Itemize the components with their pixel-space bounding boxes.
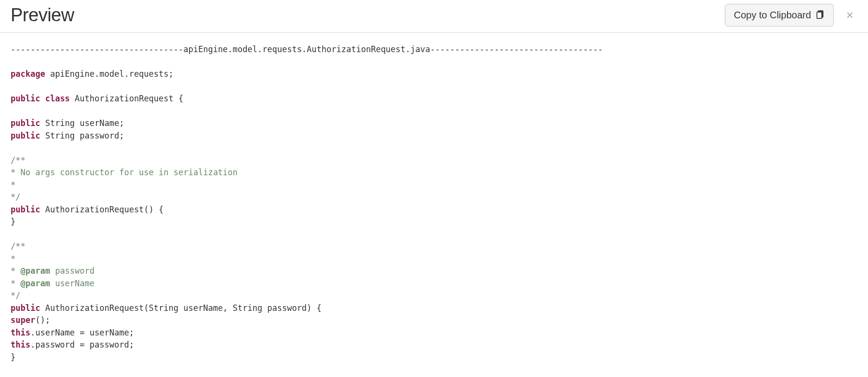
javadoc-line: */ [11,192,20,202]
javadoc-line: * [11,180,15,190]
field-password: String password; [40,131,124,140]
javadoc-tag-param: @param [20,279,50,288]
javadoc-param-name: password [50,266,95,276]
page-title: Preview [11,5,74,26]
javadoc-line: * No args constructor for use in seriali… [11,168,238,177]
javadoc-prefix: * [11,266,20,276]
divider-dashes-right: ----------------------------------- [430,44,603,54]
javadoc-line: * @param password [11,266,95,276]
field-username: String userName; [40,118,124,128]
clipboard-icon [815,9,825,21]
javadoc-line: * [11,254,15,264]
keyword-public: public [11,205,40,214]
file-name: apiEngine.model.requests.AuthorizationRe… [183,44,430,54]
keyword-class: class [45,94,70,103]
keyword-public: public [11,94,40,103]
javadoc-line: /** [11,155,26,165]
javadoc-tag-param: @param [20,266,50,276]
keyword-public: public [11,303,40,313]
svg-rect-1 [817,12,822,18]
assign-password: .password = password; [30,340,134,349]
header-actions: Copy to Clipboard × [725,4,857,27]
close-icon[interactable]: × [842,6,857,25]
javadoc-param-name: userName [50,279,95,288]
assign-username: .userName = userName; [30,328,134,337]
javadoc-line: * @param userName [11,279,95,288]
javadoc-line: */ [11,291,20,300]
keyword-this: this [11,340,30,349]
brace-close: } [11,352,15,362]
keyword-super: super [11,315,35,325]
copy-to-clipboard-button[interactable]: Copy to Clipboard [725,4,834,27]
copy-button-label: Copy to Clipboard [734,10,811,21]
constructor-noargs: AuthorizationRequest() { [40,205,163,214]
constructor-args: AuthorizationRequest(String userName, St… [40,303,321,313]
javadoc-line: /** [11,241,26,251]
keyword-this: this [11,328,30,337]
class-declaration: AuthorizationRequest { [70,94,183,103]
javadoc-prefix: * [11,279,20,288]
modal-header: Preview Copy to Clipboard × [0,0,868,33]
brace-close: } [11,217,15,226]
keyword-public: public [11,118,40,128]
super-call: (); [35,315,50,325]
package-name: apiEngine.model.requests; [45,69,174,79]
keyword-public: public [11,131,40,140]
divider-dashes-left: ----------------------------------- [11,44,183,54]
code-preview: -----------------------------------apiEn… [0,33,868,377]
keyword-package: package [11,69,45,79]
file-divider: -----------------------------------apiEn… [11,44,603,54]
